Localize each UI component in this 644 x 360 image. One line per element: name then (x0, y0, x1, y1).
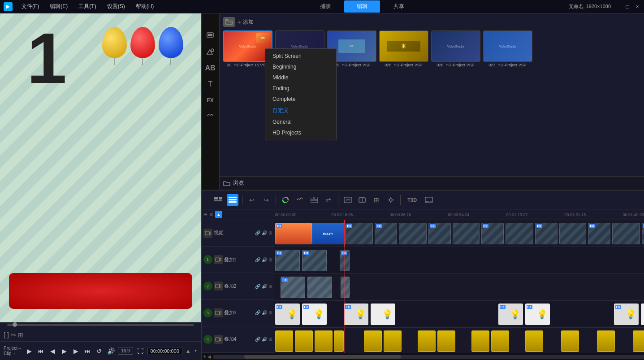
skip-to-end-button[interactable]: ⏭ (83, 347, 92, 356)
tab-capture[interactable]: 捕获 (307, 0, 343, 13)
clip-video-6[interactable]: FX (481, 223, 504, 244)
clip-ov1-3[interactable]: FX (340, 250, 350, 271)
clip-ov3-5[interactable]: FX 💡 (498, 304, 523, 325)
overlay4-audio-icon[interactable]: 🔊 (262, 337, 267, 342)
clip-ov4-6[interactable] (384, 330, 402, 352)
menu-split-screen[interactable]: Split Screen (265, 51, 336, 61)
clip-ov4-8[interactable] (437, 330, 455, 352)
maximize-button[interactable]: □ (624, 4, 631, 10)
add-button[interactable]: + 添加 (238, 18, 254, 26)
clip-ov4-12[interactable] (561, 330, 579, 352)
redo-button[interactable]: ↪ (260, 194, 272, 206)
audio-edit-btn[interactable] (294, 194, 306, 206)
clip-ov4-9[interactable] (471, 330, 489, 352)
motion-track-btn[interactable] (385, 194, 397, 206)
clip-ov4-7[interactable] (418, 330, 436, 352)
track-settings-btn[interactable]: ⚙ (209, 212, 213, 217)
clip-ov3-3[interactable]: FX 💡 (344, 304, 368, 325)
project-item-3[interactable]: ☀ 028_HD-Project.VSP (379, 30, 428, 67)
clip-ov4-3[interactable] (315, 330, 333, 352)
multi-trim-btn[interactable]: ⊞ (371, 194, 382, 206)
overlay2-hide-icon[interactable]: ⊞ (268, 284, 272, 289)
clip-video-4[interactable]: FX (428, 223, 451, 244)
overlay3-audio-icon[interactable]: 🔊 (262, 310, 267, 315)
menu-file[interactable]: 文件(F) (20, 2, 41, 11)
clip-ov1-1[interactable]: FX (275, 250, 300, 271)
clip-ov3-7[interactable]: FX 💡 (614, 304, 639, 325)
aspect-ratio-button[interactable]: 16:9 (118, 347, 133, 355)
timeline-view-btn[interactable] (212, 194, 224, 206)
clip-video-hd[interactable]: HD-Pr (312, 223, 344, 244)
sidebar-effects-icon[interactable]: FX (203, 93, 217, 108)
clip-ov4-13[interactable] (597, 330, 615, 352)
skip-to-start-button[interactable]: ⏮ (36, 347, 45, 356)
split-btn[interactable] (356, 194, 368, 206)
title-3d-btn[interactable]: T3D (404, 194, 420, 206)
clip-video-8[interactable]: FX (535, 223, 558, 244)
project-item-4[interactable]: VideoStudio 026_HD-Project.VSP (431, 30, 480, 67)
menu-settings[interactable]: 设置(S) (105, 2, 127, 11)
menu-complete[interactable]: Complete (265, 94, 336, 104)
step-back-button[interactable]: ◀ (48, 347, 57, 356)
project-item-5[interactable]: VideoStudio 023_HD-Project.VSP (483, 30, 532, 67)
play-button[interactable]: ▶ (25, 347, 34, 356)
track-list-btn[interactable]: ☰ (203, 212, 207, 217)
clip-ov4-1[interactable] (275, 330, 293, 352)
volume-button[interactable]: 🔊 (106, 347, 115, 356)
video-hide-icon[interactable]: ⊞ (268, 230, 272, 235)
cut-button[interactable]: ✂ (11, 331, 16, 338)
loop-button[interactable]: ↺ (95, 347, 104, 356)
clip-video-12[interactable]: FX (642, 223, 644, 244)
clip-video-10[interactable]: FX (588, 223, 610, 244)
clip-ov4-10[interactable] (491, 330, 509, 352)
sidebar-text-icon[interactable]: T (203, 77, 217, 91)
menu-middle[interactable]: Middle (265, 72, 336, 83)
color-grading-btn[interactable] (280, 194, 291, 206)
clip-video-5[interactable] (453, 223, 480, 244)
clip-ov1-2[interactable]: FX (302, 250, 327, 271)
clip-video-3[interactable] (399, 223, 427, 244)
clip-ov3-4[interactable]: 💡 (371, 304, 395, 325)
clip-ov2-2[interactable] (307, 277, 332, 298)
overlay2-audio-icon[interactable]: 🔊 (262, 284, 267, 289)
close-button[interactable]: × (634, 4, 640, 10)
storyboard-btn[interactable] (308, 194, 320, 206)
menu-tools[interactable]: 工具(T) (77, 2, 98, 11)
menu-beginning[interactable]: Beginning (265, 61, 336, 72)
overlay1-audio-icon[interactable]: 🔊 (262, 257, 267, 262)
clip-video-11[interactable] (612, 223, 640, 244)
clip-ov4-11[interactable] (525, 330, 543, 352)
copy-button[interactable]: ⊞ (18, 331, 23, 338)
time-adjust-up[interactable]: ▲ (185, 347, 191, 355)
fullscreen-button[interactable]: ⛶ (136, 347, 145, 356)
overlay4-hide-icon[interactable]: ⊞ (268, 337, 272, 342)
step-forward-button[interactable]: ▶ (71, 347, 80, 356)
overlay2-link-icon[interactable]: 🔗 (255, 284, 260, 289)
play-pause-button[interactable]: ▶ (60, 347, 69, 356)
track-motion-btn[interactable] (342, 194, 354, 206)
horizontal-scrollbar[interactable] (213, 355, 644, 359)
undo-button[interactable]: ↩ (246, 194, 258, 206)
clip-ov2-3[interactable] (341, 277, 350, 298)
menu-custom[interactable]: 自定义 (265, 104, 336, 117)
clip-video-9[interactable] (559, 223, 586, 244)
clip-ov3-2[interactable]: FX 💡 (302, 304, 327, 325)
clip-ov4-2[interactable] (295, 330, 313, 352)
menu-ending[interactable]: Ending (265, 83, 336, 94)
menu-edit[interactable]: 编辑(E) (48, 2, 69, 11)
sidebar-transition-icon[interactable] (203, 45, 217, 59)
clip-video-orange[interactable]: FX (275, 223, 312, 244)
overlay4-link-icon[interactable]: 🔗 (255, 337, 260, 342)
overlay1-link-icon[interactable]: 🔗 (255, 257, 260, 262)
clip-ov2-1[interactable]: FX (281, 277, 305, 298)
clip-ov4-4[interactable] (334, 330, 344, 352)
add-track-btn-bottom[interactable]: + (203, 354, 206, 359)
video-link-icon[interactable]: 🔗 (255, 230, 260, 235)
clip-video-7[interactable] (506, 223, 533, 244)
time-adjust-down[interactable]: ▼ (194, 349, 198, 353)
clip-ov4-14[interactable] (633, 330, 644, 352)
clip-ov3-8[interactable]: 💡 (641, 304, 644, 325)
menu-hd-projects[interactable]: HD Projects (265, 127, 336, 138)
folder-icon-button[interactable]: + (223, 17, 235, 27)
video-audio-icon[interactable]: 🔊 (262, 230, 267, 235)
